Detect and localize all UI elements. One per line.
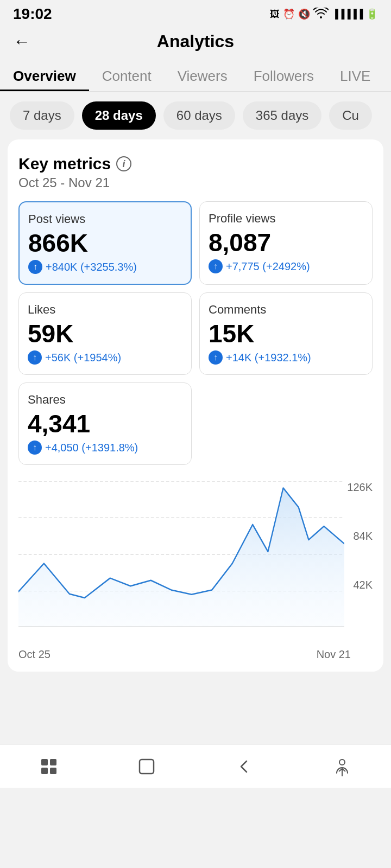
post-views-change: +840K (+3255.3%) xyxy=(28,260,182,274)
y-label-126k: 126K xyxy=(347,481,373,494)
profile-views-change: +7,775 (+2492%) xyxy=(209,259,363,273)
key-metrics-header: Key metrics i xyxy=(18,155,373,173)
post-views-change-text: +840K (+3255.3%) xyxy=(46,261,137,273)
tab-content[interactable]: Content xyxy=(89,60,165,91)
pill-60days[interactable]: 60 days xyxy=(163,101,235,130)
top-nav: ← Analytics xyxy=(0,26,391,60)
person-icon xyxy=(332,757,352,776)
pill-custom[interactable]: Cu xyxy=(329,101,372,130)
status-bar: 19:02 🖼 ⏰ 🔇 ▐▐▐▐▐ 🔋 xyxy=(0,0,391,26)
likes-up-arrow xyxy=(28,350,42,365)
key-metrics-title: Key metrics xyxy=(18,155,111,173)
metric-card-shares: Shares 4,341 +4,050 (+1391.8%) xyxy=(18,382,192,465)
nav-person-button[interactable] xyxy=(327,751,357,782)
comments-change-text: +14K (+1932.1%) xyxy=(226,352,311,364)
pill-365days[interactable]: 365 days xyxy=(243,101,321,130)
tab-followers[interactable]: Followers xyxy=(241,60,327,91)
chevron-left-icon xyxy=(235,757,254,776)
svg-rect-9 xyxy=(50,768,56,774)
svg-point-11 xyxy=(339,760,345,765)
comments-change: +14K (+1932.1%) xyxy=(209,350,363,365)
back-button[interactable]: ← xyxy=(13,31,30,52)
metric-card-comments: Comments 15K +14K (+1932.1%) xyxy=(199,292,373,375)
metric-card-profile-views: Profile views 8,087 +7,775 (+2492%) xyxy=(199,201,373,285)
post-views-value: 866K xyxy=(28,231,182,256)
shares-up-arrow xyxy=(28,441,42,455)
nav-home-button[interactable] xyxy=(34,751,64,782)
date-range: Oct 25 - Nov 21 xyxy=(18,175,373,190)
info-icon[interactable]: i xyxy=(116,156,131,171)
metric-card-post-views: Post views 866K +840K (+3255.3%) xyxy=(18,201,192,285)
svg-marker-5 xyxy=(18,488,344,626)
tab-live[interactable]: LIVE xyxy=(327,60,383,91)
x-label-start: Oct 25 xyxy=(18,648,51,661)
tab-viewers[interactable]: Viewers xyxy=(165,60,241,91)
profile-views-change-text: +7,775 (+2492%) xyxy=(226,260,310,273)
svg-rect-10 xyxy=(140,760,154,774)
main-card: Key metrics i Oct 25 - Nov 21 Post views… xyxy=(8,139,383,672)
page-title: Analytics xyxy=(157,31,234,52)
likes-change: +56K (+1954%) xyxy=(28,350,182,365)
likes-label: Likes xyxy=(28,303,182,317)
signal-icon: ▐▐▐▐▐ xyxy=(332,9,363,19)
metric-card-likes: Likes 59K +56K (+1954%) xyxy=(18,292,192,375)
svg-rect-6 xyxy=(41,759,48,765)
gallery-icon: 🖼 xyxy=(270,9,280,20)
nav-back-button[interactable] xyxy=(229,751,260,782)
svg-rect-7 xyxy=(50,759,56,765)
bottom-nav-bar xyxy=(0,744,391,788)
period-pills: 7 days 28 days 60 days 365 days Cu xyxy=(0,92,391,139)
likes-value: 59K xyxy=(28,321,182,346)
shares-label: Shares xyxy=(28,393,182,407)
status-icons: 🖼 ⏰ 🔇 ▐▐▐▐▐ 🔋 xyxy=(270,8,378,21)
shares-change-text: +4,050 (+1391.8%) xyxy=(45,442,138,454)
chart-x-labels: Oct 25 Nov 21 xyxy=(18,648,373,661)
post-views-up-arrow xyxy=(28,260,42,274)
comments-label: Comments xyxy=(209,303,363,317)
menu-icon xyxy=(39,757,59,776)
x-label-end: Nov 21 xyxy=(317,648,351,661)
likes-change-text: +56K (+1954%) xyxy=(45,352,121,364)
profile-views-up-arrow xyxy=(209,259,223,273)
square-icon xyxy=(137,757,156,776)
alarm-icon: ⏰ xyxy=(283,8,295,20)
tabs-container: Overview Content Viewers Followers LIVE xyxy=(0,60,391,92)
pill-28days[interactable]: 28 days xyxy=(82,101,156,130)
chart-svg xyxy=(18,481,344,628)
pill-7days[interactable]: 7 days xyxy=(10,101,74,130)
svg-rect-8 xyxy=(41,768,48,774)
status-time: 19:02 xyxy=(13,5,52,23)
shares-change: +4,050 (+1391.8%) xyxy=(28,441,182,455)
tab-overview[interactable]: Overview xyxy=(0,60,89,91)
profile-views-value: 8,087 xyxy=(209,230,363,255)
nav-home-square-button[interactable] xyxy=(131,751,162,782)
post-views-label: Post views xyxy=(28,212,182,226)
profile-views-label: Profile views xyxy=(209,212,363,226)
chart-container: 126K 84K 42K xyxy=(18,473,373,672)
y-label-42k: 42K xyxy=(353,579,373,591)
comments-value: 15K xyxy=(209,321,363,346)
y-label-84k: 84K xyxy=(353,530,373,542)
battery-icon: 🔋 xyxy=(366,8,378,20)
shares-value: 4,341 xyxy=(28,411,182,436)
mute-icon: 🔇 xyxy=(298,8,310,20)
comments-up-arrow xyxy=(209,350,223,365)
metrics-grid: Post views 866K +840K (+3255.3%) Profile… xyxy=(18,201,373,375)
wifi-icon xyxy=(313,8,329,21)
